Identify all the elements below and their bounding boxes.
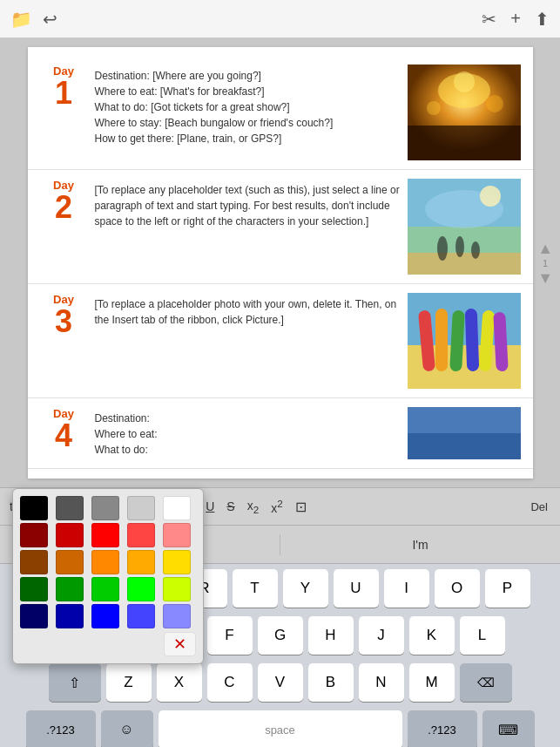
key-m[interactable]: M <box>409 663 455 702</box>
scroll-up-arrow[interactable]: ▲ <box>537 241 553 256</box>
color-swatch[interactable] <box>163 523 191 547</box>
key-i[interactable]: I <box>384 569 429 608</box>
emoji-key[interactable]: ☺ <box>101 710 153 747</box>
key-g[interactable]: G <box>258 616 303 655</box>
keyboard-row-3: ⇧ ZXCVBNM⌫ <box>3 663 557 702</box>
space-key[interactable]: space <box>159 710 402 747</box>
day-1-label: Day 1 <box>40 65 88 109</box>
color-swatch[interactable] <box>127 523 155 547</box>
color-swatch[interactable] <box>20 604 48 628</box>
svg-point-4 <box>486 95 503 112</box>
svg-rect-19 <box>464 309 479 371</box>
document-page: Day 1 Destination: [Where are you going?… <box>28 47 533 479</box>
svg-rect-2 <box>408 126 521 160</box>
strikethrough-button[interactable]: S <box>222 496 239 517</box>
color-swatch[interactable] <box>91 604 119 628</box>
scroll-down-arrow[interactable]: ▼ <box>537 270 553 286</box>
key-j[interactable]: J <box>359 616 404 655</box>
key-z[interactable]: Z <box>106 663 152 702</box>
color-swatch[interactable] <box>20 496 48 520</box>
color-swatch[interactable] <box>56 577 84 601</box>
color-swatch[interactable] <box>127 604 155 628</box>
undo-icon[interactable]: ↩ <box>43 9 57 30</box>
svg-rect-17 <box>435 309 448 371</box>
key-k[interactable]: K <box>409 616 455 655</box>
color-swatch[interactable] <box>56 523 84 547</box>
color-swatch[interactable] <box>91 523 119 547</box>
svg-point-5 <box>454 71 475 92</box>
toolbar-left: 📁 ↩ <box>10 9 57 30</box>
day-2-content[interactable]: [To replace any placeholder text (such a… <box>95 179 401 229</box>
del-button[interactable]: Del <box>523 497 555 517</box>
color-swatch[interactable] <box>20 550 48 574</box>
day-2-image <box>408 179 521 275</box>
color-swatch[interactable] <box>56 550 84 574</box>
predictive-word-2[interactable]: I'm <box>280 534 560 555</box>
add-icon[interactable]: + <box>510 9 521 29</box>
toolbar-right: ✂ + ⬆ <box>482 9 550 30</box>
color-swatch[interactable] <box>20 523 48 547</box>
key-f[interactable]: F <box>207 616 253 655</box>
color-swatch[interactable] <box>56 604 84 628</box>
color-swatch[interactable] <box>20 577 48 601</box>
day-1-image <box>408 65 521 160</box>
day-3-content[interactable]: [To replace a placeholder photo with you… <box>95 293 401 328</box>
svg-rect-7 <box>408 227 521 253</box>
key-o[interactable]: O <box>435 569 480 608</box>
key-n[interactable]: N <box>359 663 404 702</box>
color-swatch[interactable] <box>127 496 155 520</box>
scissors-icon[interactable]: ✂ <box>482 9 496 30</box>
color-swatch[interactable] <box>127 550 155 574</box>
key-b[interactable]: B <box>308 663 354 702</box>
day-4-entry: Day 4 Destination: Where to eat: What to… <box>28 398 533 469</box>
key-h[interactable]: H <box>308 616 354 655</box>
superscript-button[interactable]: x2 <box>267 494 287 519</box>
color-swatch[interactable] <box>127 577 155 601</box>
top-toolbar: 📁 ↩ ✂ + ⬆ <box>0 0 560 38</box>
color-swatch[interactable] <box>163 604 191 628</box>
color-swatch[interactable] <box>163 496 191 520</box>
scroll-arrows: ▲ 1 ▼ <box>537 241 553 286</box>
columns-icon[interactable]: ⊡ <box>291 495 311 519</box>
color-actions: ✕ <box>20 632 196 656</box>
key-t[interactable]: T <box>233 569 278 608</box>
day-3-entry: Day 3 [To replace a placeholder photo wi… <box>28 284 533 398</box>
color-swatch[interactable] <box>91 577 119 601</box>
keyboard-bottom-row: .?123 ☺ space .?123 ⌨ <box>3 710 557 747</box>
day-4-number: 4 <box>40 420 88 452</box>
day-1-content[interactable]: Destination: [Where are you going?] Wher… <box>95 65 401 146</box>
document-area: Day 1 Destination: [Where are you going?… <box>0 38 560 487</box>
folder-icon[interactable]: 📁 <box>10 9 32 30</box>
format-toolbar: tab ≡ A A+ A 🖊 B I U S x2 x2 ⊡ Del ✕ <box>0 487 560 526</box>
subscript-button[interactable]: x2 <box>243 495 263 519</box>
share-icon[interactable]: ⬆ <box>535 9 550 30</box>
svg-rect-8 <box>408 253 521 275</box>
day-2-entry: Day 2 [To replace any placeholder text (… <box>28 170 533 284</box>
key-y[interactable]: Y <box>283 569 328 608</box>
globe-key[interactable]: ⌨ <box>482 710 535 747</box>
numbers-key-2[interactable]: .?123 <box>408 710 477 747</box>
page-number: 1 <box>543 258 548 268</box>
day-4-content[interactable]: Destination: Where to eat: What to do: <box>95 407 401 458</box>
color-grid <box>20 496 196 628</box>
color-swatch[interactable] <box>163 550 191 574</box>
delete-key[interactable]: ⌫ <box>460 663 512 702</box>
key-p[interactable]: P <box>485 569 530 608</box>
color-swatch[interactable] <box>91 550 119 574</box>
key-c[interactable]: C <box>207 663 253 702</box>
key-l[interactable]: L <box>460 616 505 655</box>
key-v[interactable]: V <box>258 663 303 702</box>
color-swatch[interactable] <box>56 496 84 520</box>
color-swatch[interactable] <box>163 577 191 601</box>
day-4-image <box>408 407 521 459</box>
shift-key[interactable]: ⇧ <box>49 663 101 702</box>
color-swatch[interactable] <box>91 496 119 520</box>
svg-point-10 <box>480 186 501 207</box>
numbers-key[interactable]: .?123 <box>26 710 96 747</box>
color-delete-button[interactable]: ✕ <box>164 632 196 656</box>
svg-point-12 <box>455 236 464 257</box>
key-x[interactable]: X <box>157 663 202 702</box>
svg-point-13 <box>471 241 480 259</box>
underline-button[interactable]: U <box>201 496 219 517</box>
key-u[interactable]: U <box>334 569 379 608</box>
